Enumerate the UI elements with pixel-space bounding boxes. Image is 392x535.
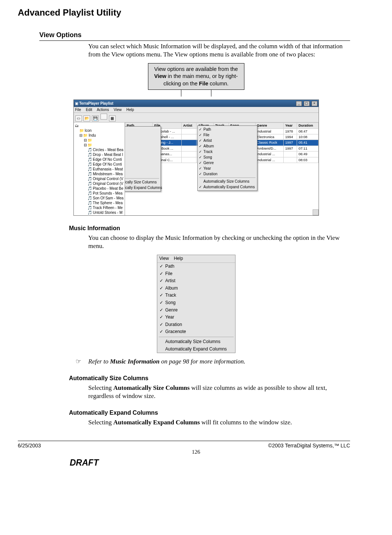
auto-expand-body: Selecting Automatically Expand Columns w… [88, 418, 350, 427]
sep-icon [101, 114, 107, 120]
menu-item[interactable]: Song [198, 154, 257, 160]
menu-item[interactable]: Genre [198, 160, 257, 166]
menu-item[interactable]: Path [125, 127, 161, 133]
close-button[interactable]: × [312, 101, 317, 106]
titlebar: ▣ TerraPlayer Playlist _ ▢ × [74, 100, 319, 107]
menu-item[interactable]: Duration [125, 172, 161, 177]
section-auto-expand-heading: Automatically Expand Columns [69, 409, 374, 417]
maximize-button[interactable]: ▢ [304, 101, 310, 106]
callout-box: View options are available from the View… [148, 63, 244, 90]
menu-actions[interactable]: Actions [97, 108, 109, 112]
page-title: Advanced Playlist Utility [18, 7, 374, 18]
minimize-button[interactable]: _ [296, 101, 302, 106]
menu-edit[interactable]: Edit [86, 108, 92, 112]
menu-item[interactable]: File [125, 133, 161, 138]
callout-line1: View options are available from the [152, 66, 240, 73]
menu-item[interactable]: Track [157, 292, 235, 299]
tree-song-item[interactable]: 🎵 Untold Stories - M [74, 210, 124, 215]
app-icon: ▣ [75, 101, 78, 106]
menu-item[interactable]: Year [198, 166, 257, 171]
tree-song-item[interactable]: 🎵 The Sphere - Mea [74, 200, 124, 205]
vm2-auto-expand[interactable]: Automatically Expand Columns [157, 346, 235, 353]
menu-item[interactable]: File [198, 132, 257, 138]
menu-item[interactable]: Gracenote [157, 328, 235, 336]
menu-item[interactable]: Duration [198, 171, 257, 177]
device-icon[interactable]: ▦ [109, 115, 116, 121]
grid-header[interactable]: Artist [181, 123, 196, 128]
menu-view[interactable]: View [113, 108, 122, 112]
tree-song-item[interactable]: 🎵 Pot Sounds - Mea [74, 191, 124, 196]
menu-item[interactable]: Genre [157, 307, 235, 314]
section-view-options-heading: View Options [39, 31, 350, 40]
callout-line3a: clicking on the [164, 81, 199, 87]
window-buttons: _ ▢ × [295, 101, 317, 106]
page-number: 126 [18, 448, 374, 456]
grid-header[interactable]: Duration [297, 123, 319, 128]
toolbar: ▭ 📂 💾 ▦ [74, 113, 319, 123]
mi-auto-expand-2[interactable]: Automatically Expand Columns [198, 184, 257, 190]
tree-song-item[interactable]: 🎵 Drop - Meat Beat I [74, 152, 124, 157]
mi-auto-expand-1[interactable]: Automatically Expand Columns [125, 185, 161, 190]
tree-song-item[interactable]: 🎵 Edge Of No Conti [74, 157, 124, 162]
tree-song-item[interactable]: 🎵 Original Control (V [74, 176, 124, 181]
menu-item[interactable]: Album [125, 144, 161, 150]
music-info-intro: You can choose to display the Music Info… [88, 234, 350, 250]
auto-size-body: Selecting Automatically Size Columns wil… [88, 384, 350, 400]
tree-song-item[interactable]: 🎵 Placebo - Meat Be [74, 186, 124, 191]
menu-item[interactable]: Duration [157, 321, 235, 329]
menu-help[interactable]: Help [126, 108, 134, 112]
menu-item[interactable]: Path [198, 127, 257, 132]
menu-item[interactable]: Genre [125, 161, 161, 166]
pointing-hand-icon: ☞ [76, 358, 81, 366]
callout-bold-view: View [154, 73, 167, 79]
callout-bold-file: File [199, 81, 208, 87]
tree-song-item[interactable]: 🎵 Original Control (V [74, 181, 124, 186]
draft-label: DRAFT [70, 457, 374, 469]
menu-item[interactable]: Song [157, 299, 235, 307]
grid-header[interactable]: Year [283, 123, 297, 128]
menu-item[interactable]: Album [198, 143, 257, 149]
mi-auto-size-1[interactable]: Automatically Size Columns [125, 179, 161, 185]
window-title: TerraPlayer Playlist [78, 101, 295, 106]
callout-line3c: column. [208, 81, 229, 87]
callout-line2b: in the main menu, or by right- [167, 73, 238, 79]
save-icon[interactable]: 💾 [92, 115, 99, 121]
section-music-info-heading: Music Information [69, 225, 374, 232]
mi-auto-size-2[interactable]: Automatically Size Columns [198, 179, 257, 184]
view-dropdown-menu: PathFileArtistAlbumTrackSongGenreYearDur… [125, 126, 161, 192]
app-window: ▣ TerraPlayer Playlist _ ▢ × File Edit A… [73, 100, 319, 216]
menu-item[interactable]: Artist [125, 138, 161, 144]
section-auto-size-heading: Automatically Size Columns [69, 375, 374, 382]
view-options-intro: You can select which Music Information w… [88, 42, 350, 59]
menu-item[interactable]: Song [125, 155, 161, 161]
menu-item[interactable]: Artist [198, 138, 257, 143]
footer-date: 6/25/2003 [18, 442, 41, 449]
file-column-context-menu: PathFileArtistAlbumTrackSongGenreYearDur… [197, 125, 257, 191]
vm2-auto-size[interactable]: Automatically Size Columns [157, 338, 235, 346]
new-icon[interactable]: ▭ [75, 115, 82, 121]
tree-song-item[interactable]: 🎵 Edge Of No Conti [74, 162, 124, 167]
grid-header[interactable]: Genre [255, 123, 283, 128]
tree-song-item[interactable]: 🎵 Mindstream - Mea [74, 172, 124, 176]
menu-item[interactable]: File [157, 270, 235, 278]
menu-item[interactable]: Track [125, 150, 161, 155]
menu-item[interactable]: Artist [157, 277, 235, 285]
menu-item[interactable]: Track [198, 149, 257, 154]
vm2-help[interactable]: Help [174, 256, 183, 261]
footer-copyright: ©2003 TerraDigital Systems,™ LLC [268, 442, 350, 449]
vm2-view[interactable]: View [159, 256, 169, 261]
tree-song-item[interactable]: 🎵 Track Fifteen - Me [74, 205, 124, 210]
tree-song-item[interactable]: 🎵 Euthanasia - Meat [74, 167, 124, 172]
open-icon[interactable]: 📂 [83, 115, 90, 121]
tree-song-item[interactable]: 🎵 Son Of Sam - Mea [74, 196, 124, 200]
tree-song-item[interactable]: 🎵 Your Mind Belong [74, 215, 124, 215]
menu-item[interactable]: Path [157, 263, 235, 270]
view-menu-standalone: View Help PathFileArtistAlbumTrackSongGe… [157, 255, 235, 353]
tree-song-item[interactable]: 🎵 Circles - Meat Bea [74, 147, 124, 152]
menubar: File Edit Actions View Help [74, 107, 319, 113]
menu-item[interactable]: Album [157, 285, 235, 292]
tree-view[interactable]: 🗂 📁 Icon ⊟ 📁 Indu ⊟ 📁 ⊟ 📁 🎵 Circles - Me… [74, 123, 125, 215]
menu-item[interactable]: Year [157, 314, 235, 321]
menu-file[interactable]: File [75, 108, 81, 112]
menu-item[interactable]: Year [125, 166, 161, 172]
